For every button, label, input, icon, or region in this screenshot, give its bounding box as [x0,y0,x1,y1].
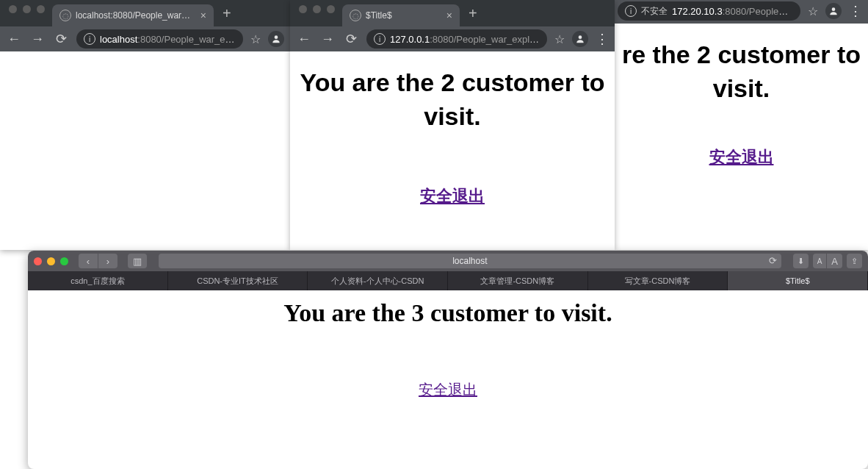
tab-title: localhost:8080/People_war_ex… [76,10,193,21]
reload-button[interactable]: ⟳ [343,31,359,47]
reader-small-button[interactable]: A [813,254,827,268]
logout-link[interactable]: 安全退出 [420,185,485,207]
window-controls[interactable] [6,5,52,21]
globe-icon: ◌ [350,10,361,21]
close-icon[interactable]: × [200,10,206,21]
window-controls[interactable] [296,5,342,21]
page-content [0,51,290,59]
bookmark-icon[interactable]: ☆ [554,32,565,46]
reader-large-button[interactable]: A [827,254,842,268]
share-button[interactable]: ⇪ [847,254,862,268]
forward-button[interactable]: › [98,254,117,268]
address-bar[interactable]: i 127.0.0.1:8080/People_war_exploded/in… [366,29,547,49]
url-text: 127.0.0.1:8080/People_war_exploded/in… [390,34,540,45]
tab-item-active[interactable]: $Title$ [728,271,868,290]
logout-link[interactable]: 安全退出 [709,146,774,168]
new-tab-button[interactable]: + [460,5,486,26]
page-content: re the 2 customer to visit. 安全退出 [615,24,868,168]
browser-tab[interactable]: ◌ localhost:8080/People_war_ex… × [52,4,214,26]
tab-item[interactable]: csdn_百度搜索 [28,271,168,290]
tab-bar: csdn_百度搜索 CSDN-专业IT技术社区 个人资料-个人中心-CSDN 文… [28,271,868,290]
tab-title: $Title$ [366,10,439,21]
globe-icon: ◌ [59,10,71,21]
svg-point-2 [832,7,836,11]
info-icon: i [84,33,95,45]
bookmark-icon[interactable]: ☆ [808,4,818,18]
forward-button[interactable]: → [319,32,336,47]
svg-point-0 [275,35,278,39]
profile-icon[interactable] [268,31,284,47]
not-secure-label: 不安全 [641,5,668,18]
reload-button[interactable]: ⟳ [53,31,69,47]
visitor-heading: You are the 2 customer to visit. [296,66,609,134]
visitor-heading: re the 2 customer to visit. [621,38,862,106]
window-controls[interactable] [34,257,68,265]
browser-tab[interactable]: ◌ $Title$ × [342,4,460,26]
new-tab-button[interactable]: + [214,5,240,26]
svg-point-1 [579,35,582,39]
bookmark-icon[interactable]: ☆ [250,32,261,46]
tab-item[interactable]: 写文章-CSDN博客 [588,271,728,290]
menu-icon[interactable]: ⋮ [596,31,609,47]
visitor-heading: You are the 3 customer to visit. [28,299,868,327]
downloads-button[interactable]: ⬇ [793,254,809,268]
sidebar-button[interactable]: ▥ [128,254,147,268]
forward-button[interactable]: → [29,32,46,47]
back-button[interactable]: ← [6,32,22,47]
info-icon: i [625,5,637,17]
tab-item[interactable]: 个人资料-个人中心-CSDN [308,271,448,290]
back-button[interactable]: ← [296,32,312,47]
close-icon[interactable]: × [446,10,452,21]
page-content: You are the 2 customer to visit. 安全退出 [290,51,615,207]
reload-icon[interactable]: ⟳ [769,255,777,266]
menu-icon[interactable]: ⋮ [849,3,862,19]
url-text: localhost [452,256,487,266]
url-text: localhost:8080/People_war_exploded/lo… [100,34,236,45]
back-button[interactable]: ‹ [79,254,98,268]
logout-link[interactable]: 安全退出 [419,380,477,400]
address-bar[interactable]: i 不安全 172.20.10.3:8080/People_war_… [618,1,800,21]
address-bar[interactable]: localhost ⟳ [159,254,781,268]
info-icon: i [374,33,386,45]
profile-icon[interactable] [572,31,588,47]
profile-icon[interactable] [825,3,842,19]
tab-item[interactable]: 文章管理-CSDN博客 [448,271,588,290]
url-text: 172.20.10.3:8080/People_war_… [672,6,793,17]
page-content: You are the 3 customer to visit. 安全退出 [28,290,868,400]
tab-item[interactable]: CSDN-专业IT技术社区 [168,271,308,290]
address-bar[interactable]: i localhost:8080/People_war_exploded/lo… [76,29,243,49]
